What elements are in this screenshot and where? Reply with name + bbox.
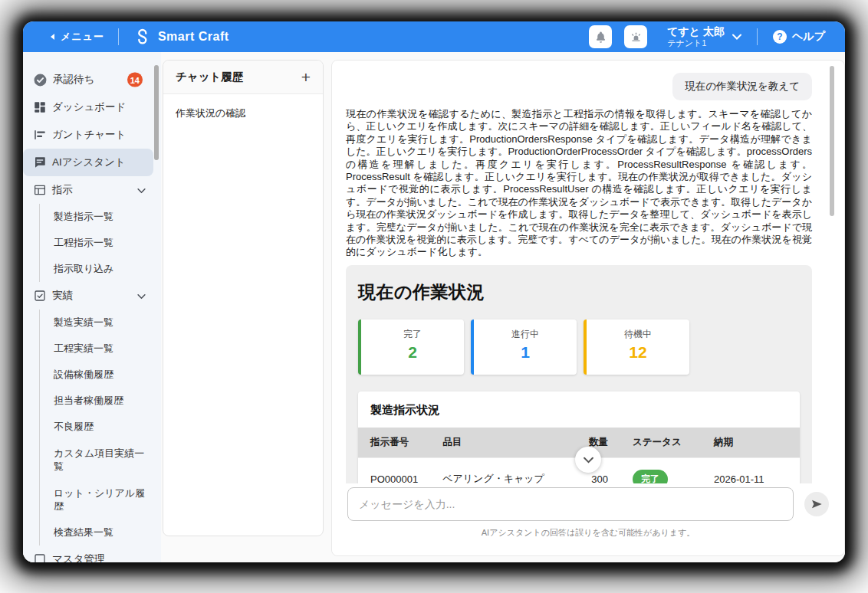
siren-icon [630, 31, 643, 44]
chat-message-area: 現在の作業状況を教えて 現在の作業状況を確認するために、製造指示と工程指示の情報… [332, 61, 844, 555]
sidebar-item-label: カスタム項目実績一覧 [54, 447, 150, 473]
chat-history-panel: チャット履歴 + 作業状況の確認 [163, 60, 324, 536]
sidebar-item-gantt[interactable]: ガントチャート [23, 121, 161, 149]
sidebar-item-label: 製造実績一覧 [54, 316, 113, 329]
user-texts: てすと 太郎 テナント1 [667, 25, 725, 48]
screenshot-stage: メニュー Smart Craft [0, 0, 868, 593]
dashboard-grid-icon [33, 100, 47, 114]
sidebar-item-inspection-results[interactable]: 検査結果一覧 [39, 519, 161, 545]
sidebar-item-label: ガントチャート [52, 128, 126, 142]
stat-value: 12 [587, 343, 689, 362]
stat-card-waiting: 待機中 12 [584, 319, 689, 375]
table-grid-icon [33, 183, 47, 197]
sidebar-item-process-results[interactable]: 工程実績一覧 [39, 336, 161, 362]
header-divider [118, 28, 119, 45]
sidebar-scrollbar-thumb[interactable] [154, 65, 159, 160]
stat-label: 完了 [361, 328, 464, 341]
sidebar-item-label: 製造指示一覧 [54, 210, 113, 224]
column-header: 指示番号 [358, 428, 430, 458]
sidebar-item-label: 検査結果一覧 [54, 526, 113, 539]
user-account-menu[interactable]: てすと 太郎 テナント1 [667, 25, 741, 48]
send-button[interactable] [804, 492, 829, 516]
sidebar-group-results[interactable]: 実績 [23, 282, 161, 310]
sidebar-item-label: AIアシスタント [52, 156, 126, 169]
user-message-bubble: 現在の作業状況を教えて [672, 73, 812, 100]
sidebar-item-equipment-history[interactable]: 設備稼働履歴 [39, 362, 161, 388]
chat-history-header: チャット履歴 + [163, 61, 323, 94]
sidebar-item-defect-history[interactable]: 不良履歴 [39, 414, 161, 440]
tenant-name: テナント1 [667, 38, 725, 48]
help-label: ヘルプ [792, 30, 825, 44]
send-arrow-icon [810, 498, 823, 510]
sidebar-group-label: 指示 [52, 183, 73, 197]
stat-card-in-progress: 進行中 1 [471, 319, 577, 375]
brand-name: Smart Craft [158, 30, 229, 44]
orders-table-title: 製造指示状況 [358, 392, 800, 428]
column-header: ステータス [620, 428, 702, 458]
chevron-down-icon [137, 185, 146, 196]
stat-label: 待機中 [587, 328, 689, 341]
sidebar-item-label: 不良履歴 [54, 420, 94, 434]
composer-row [347, 487, 829, 521]
new-chat-button[interactable]: + [301, 69, 311, 85]
chat-main-panel: 現在の作業状況を教えて 現在の作業状況を確認するために、製造指示と工程指示の情報… [331, 60, 845, 556]
brand-logo[interactable]: Smart Craft [133, 28, 229, 47]
sidebar-item-ai-assistant[interactable]: AIアシスタント [23, 149, 153, 176]
sidebar-item-label: 設備稼働履歴 [54, 368, 113, 382]
sidebar-navigation: 承認待ち 14 ダッシュボード ガントチャート [23, 52, 161, 562]
checkbox-check-icon [33, 289, 47, 303]
message-input[interactable] [347, 487, 794, 521]
sidebar-item-process-orders[interactable]: 工程指示一覧 [39, 230, 161, 256]
header-divider-2 [757, 28, 758, 45]
sidebar-item-label: ロット・シリアル履歴 [54, 487, 150, 513]
stat-value: 1 [474, 343, 577, 362]
header-right-group: てすと 太郎 テナント1 ? ヘルプ [577, 25, 825, 48]
collapse-arrow-icon [49, 31, 55, 43]
sidebar-item-lot-serial-history[interactable]: ロット・シリアル履歴 [39, 480, 161, 519]
user-name: てすと 太郎 [667, 25, 725, 38]
sidebar-group-instructions[interactable]: 指示 [23, 176, 161, 204]
stat-label: 進行中 [474, 328, 577, 341]
sidebar-item-production-results[interactable]: 製造実績一覧 [39, 310, 161, 336]
help-button[interactable]: ? ヘルプ [773, 30, 825, 44]
sidebar-item-dashboard[interactable]: ダッシュボード [23, 93, 161, 121]
sidebar-group-label: 実績 [52, 289, 73, 303]
sidebar-item-operator-history[interactable]: 担当者稼働履歴 [39, 388, 161, 414]
help-question-icon: ? [773, 30, 787, 44]
app-window: メニュー Smart Craft [23, 21, 845, 562]
scroll-to-bottom-button[interactable] [575, 447, 601, 473]
notifications-button[interactable] [589, 25, 612, 48]
dashboard-title: 現在の作業状況 [358, 280, 800, 304]
sidebar-item-label: 工程指示一覧 [54, 236, 113, 250]
chevron-down-icon [732, 34, 741, 40]
chat-history-title: チャット履歴 [176, 70, 243, 84]
sidebar-item-order-import[interactable]: 指示取り込み [39, 256, 161, 282]
sidebar-item-production-orders[interactable]: 製造指示一覧 [39, 204, 161, 230]
stat-card-completed: 完了 2 [358, 319, 464, 375]
message-composer: AIアシスタントの回答は誤りを含む可能性があります。 [332, 483, 844, 555]
gantt-chart-icon [33, 128, 47, 142]
smartcraft-logo-icon [133, 28, 152, 47]
sidebar-item-label: 工程実績一覧 [54, 342, 113, 355]
sidebar-item-label: マスタ管理 [52, 552, 104, 562]
user-message-row: 現在の作業状況を教えて [346, 73, 812, 100]
sidebar-item-custom-results[interactable]: カスタム項目実績一覧 [39, 440, 161, 480]
sidebar-item-label: 承認待ち [53, 73, 94, 87]
app-body: 承認待ち 14 ダッシュボード ガントチャート [23, 52, 845, 562]
sidebar-item-master-management[interactable]: マスタ管理 [23, 545, 161, 562]
ai-disclaimer-text: AIアシスタントの回答は誤りを含む可能性があります。 [347, 527, 829, 539]
approval-count-badge: 14 [127, 73, 143, 87]
chat-history-item[interactable]: 作業状況の確認 [163, 94, 323, 133]
menu-toggle-button[interactable]: メニュー [49, 30, 104, 44]
status-cards-row: 完了 2 進行中 1 待機中 12 [358, 319, 800, 375]
sidebar-item-label: ダッシュボード [52, 100, 126, 114]
chat-scrollbar-thumb[interactable] [830, 66, 834, 216]
bell-icon [594, 31, 607, 44]
check-circle-icon [33, 73, 48, 87]
top-header-bar: メニュー Smart Craft [23, 21, 845, 52]
ai-response-text: 現在の作業状況を確認するために、製造指示と工程指示の情報を取得します。スキーマを… [346, 108, 812, 259]
menu-label: メニュー [61, 30, 104, 44]
sidebar-item-approvals[interactable]: 承認待ち 14 [23, 66, 161, 93]
sidebar-item-label: 指示取り込み [54, 262, 114, 276]
alerts-button[interactable] [624, 25, 647, 48]
